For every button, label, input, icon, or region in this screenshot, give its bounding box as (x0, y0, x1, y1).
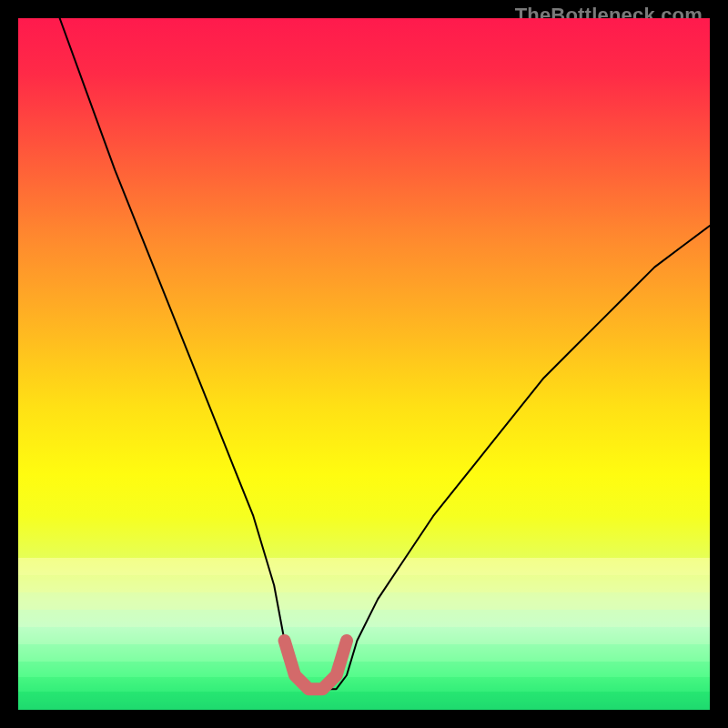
optimal-range-marker (285, 641, 347, 689)
chart-svg (18, 18, 710, 710)
chart-frame: TheBottleneck.com (0, 0, 728, 728)
bottleneck-curve (60, 18, 710, 689)
plot-area (18, 18, 710, 710)
